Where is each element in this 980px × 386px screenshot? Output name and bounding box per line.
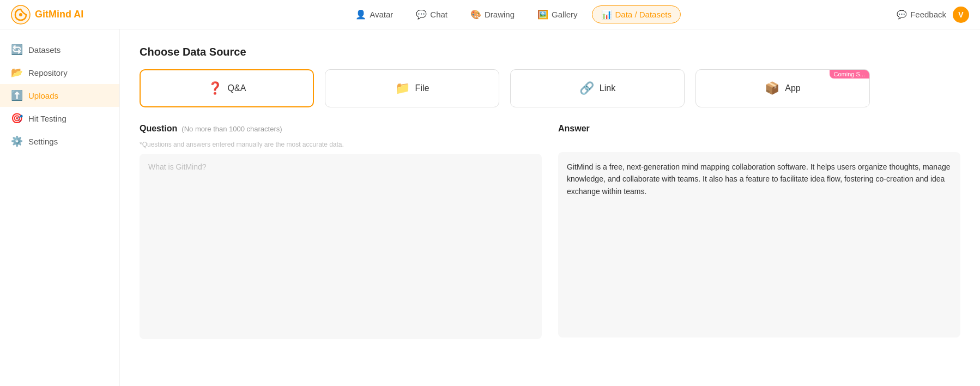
sidebar-settings-label: Settings (28, 137, 58, 146)
gallery-icon: 🖼️ (537, 9, 548, 20)
user-initial: V (958, 10, 963, 19)
sidebar-item-repository[interactable]: 📂 Repository (0, 61, 119, 84)
ds-app-label: App (785, 83, 800, 93)
data-source-row: ❓ Q&A 📁 File 🔗 Link 📦 App Coming S... (140, 69, 960, 107)
coming-soon-badge: Coming S... (830, 70, 869, 79)
app-icon: 📦 (765, 81, 779, 95)
ds-card-file[interactable]: 📁 File (325, 69, 499, 107)
ds-file-label: File (415, 83, 429, 93)
avatar-icon: 👤 (355, 9, 366, 20)
ds-link-label: Link (600, 83, 615, 93)
question-hint: (No more than 1000 characters) (182, 125, 282, 133)
link-icon: 🔗 (579, 81, 594, 95)
nav-gallery[interactable]: 🖼️ Gallery (529, 6, 586, 23)
ds-card-app[interactable]: 📦 App Coming S... (695, 69, 870, 107)
nav-chat[interactable]: 💬 Chat (407, 6, 456, 23)
feedback-label: Feedback (910, 10, 946, 19)
settings-icon: ⚙️ (11, 135, 23, 147)
feedback-icon: 💬 (897, 10, 907, 20)
sidebar: 🔄 Datasets 📂 Repository ⬆️ Uploads 🎯 Hit… (0, 29, 120, 386)
sidebar-datasets-label: Datasets (28, 45, 61, 55)
feedback-button[interactable]: 💬 Feedback (897, 10, 946, 20)
question-col: Question (No more than 1000 characters) … (140, 124, 542, 341)
question-note: *Questions and answers entered manually … (140, 141, 542, 148)
data-icon: 📊 (601, 9, 612, 20)
nav-gallery-label: Gallery (552, 10, 578, 19)
nav-chat-label: Chat (430, 10, 447, 19)
sidebar-item-uploads[interactable]: ⬆️ Uploads (0, 84, 119, 107)
sidebar-uploads-label: Uploads (28, 91, 58, 100)
qa-area: Question (No more than 1000 characters) … (140, 124, 960, 341)
main-nav: 👤 Avatar 💬 Chat 🎨 Drawing 🖼️ Gallery 📊 D… (131, 5, 897, 23)
nav-drawing[interactable]: 🎨 Drawing (462, 6, 523, 23)
sidebar-hit-testing-label: Hit Testing (28, 114, 66, 123)
main-content: Choose Data Source ❓ Q&A 📁 File 🔗 Link 📦… (120, 29, 980, 386)
hit-testing-icon: 🎯 (11, 112, 23, 124)
sidebar-repository-label: Repository (28, 68, 68, 77)
svg-point-1 (19, 13, 22, 16)
drawing-icon: 🎨 (470, 9, 481, 20)
user-avatar[interactable]: V (953, 7, 969, 23)
answer-box: GitMind is a free, next-generation mind … (558, 152, 960, 337)
layout: 🔄 Datasets 📂 Repository ⬆️ Uploads 🎯 Hit… (0, 29, 980, 386)
logo-title: GitMind AI (35, 9, 83, 20)
uploads-icon: ⬆️ (11, 89, 23, 101)
chat-icon: 💬 (416, 9, 427, 20)
question-label: Question (140, 124, 177, 134)
answer-label: Answer (558, 124, 590, 133)
header: GitMind AI 👤 Avatar 💬 Chat 🎨 Drawing 🖼️ … (0, 0, 980, 29)
repository-icon: 📂 (11, 67, 23, 79)
datasets-icon: 🔄 (11, 44, 23, 56)
nav-drawing-label: Drawing (485, 10, 515, 19)
ds-card-qa[interactable]: ❓ Q&A (140, 69, 314, 107)
logo-icon (11, 5, 31, 25)
ds-card-link[interactable]: 🔗 Link (510, 69, 685, 107)
header-right: 💬 Feedback V (897, 7, 969, 23)
sidebar-item-hit-testing[interactable]: 🎯 Hit Testing (0, 107, 119, 130)
question-textarea[interactable] (140, 154, 542, 339)
nav-avatar[interactable]: 👤 Avatar (347, 6, 402, 23)
ds-qa-label: Q&A (228, 83, 246, 93)
qa-icon: ❓ (208, 81, 222, 95)
logo-area: GitMind AI (11, 5, 131, 25)
file-icon: 📁 (395, 81, 410, 95)
nav-data[interactable]: 📊 Data / Datasets (592, 5, 681, 23)
sidebar-item-datasets[interactable]: 🔄 Datasets (0, 38, 119, 61)
nav-avatar-label: Avatar (370, 10, 393, 19)
sidebar-item-settings[interactable]: ⚙️ Settings (0, 130, 119, 153)
nav-data-label: Data / Datasets (615, 10, 672, 19)
choose-source-title: Choose Data Source (140, 46, 960, 58)
answer-col: Answer GitMind is a free, next-generatio… (558, 124, 960, 341)
